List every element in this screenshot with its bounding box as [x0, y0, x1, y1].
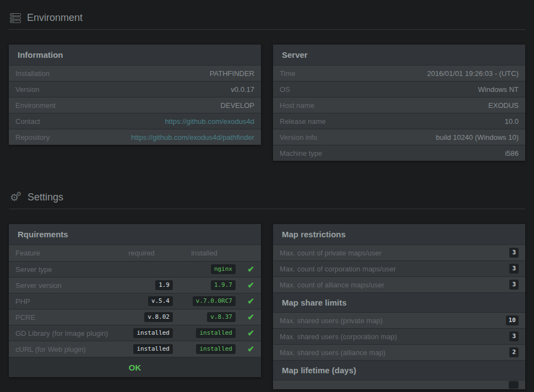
- row-label: Host name: [280, 101, 314, 110]
- value-badge: 3: [509, 331, 519, 341]
- requirement-row-php: PHP v.5.4 v.7.0.0RC7 ✔: [9, 293, 261, 309]
- installed-cell: 1.9.7: [173, 280, 236, 290]
- row-label: Max. count of corporation maps/user: [280, 265, 396, 273]
- server-row-release: Release name 10.0: [273, 113, 525, 129]
- row-value: 10.0: [505, 117, 519, 126]
- installed-cell: v.7.0.0RC7: [173, 296, 236, 306]
- installed-version-badge: nginx: [211, 264, 236, 274]
- requirements-panel-title: Rquirements: [18, 230, 68, 239]
- info-row-repository: Repository https://github.com/exodus4d/p…: [9, 129, 261, 145]
- row-label: Release name: [280, 117, 326, 126]
- information-panel-title: Information: [18, 50, 63, 59]
- row-value: v0.0.17: [231, 85, 254, 94]
- requirement-row-pcre: PCRE v.8.02 v.8.37 ✔: [9, 309, 261, 325]
- row-label: Version: [15, 85, 39, 94]
- feature-label: GD Library (for Image plugin): [15, 329, 110, 337]
- feature-label: Server version: [15, 281, 110, 290]
- row-label: Max. count of alliance maps/user: [280, 281, 384, 289]
- map-row-alliance-maps: Max. count of alliance maps/user 3: [273, 276, 525, 292]
- settings-panels: Rquirements Feature required installed S…: [9, 224, 525, 389]
- check-cell: ✔: [236, 312, 254, 322]
- row-label: Environment: [15, 101, 56, 110]
- server-row-machinetype: Machine type i586: [273, 145, 525, 161]
- info-row-installation: Installation PATHFINDER: [9, 65, 261, 81]
- value-badge: 10: [506, 315, 519, 325]
- check-icon: ✔: [247, 328, 254, 338]
- requirement-row-server-type: Server type nginx ✔: [9, 261, 261, 277]
- map-lifetime-header: Map lifetime (days): [273, 360, 525, 380]
- column-header-installed: installed: [173, 249, 236, 257]
- required-version-badge: v.5.4: [148, 296, 173, 306]
- server-panel-title: Server: [282, 50, 308, 59]
- value-badge: 3: [509, 280, 519, 289]
- row-label: Max. shared users (private map): [280, 317, 383, 325]
- environment-section: Environment Information Installation PAT…: [9, 0, 525, 161]
- feature-label: cURL (for Web plugin): [15, 345, 110, 353]
- section-divider: [9, 209, 525, 209]
- installed-version-badge: installed: [196, 328, 236, 338]
- value-badge: 2: [509, 347, 519, 357]
- check-cell: ✔: [236, 280, 254, 290]
- check-icon: ✔: [247, 280, 254, 290]
- row-label: Version info: [280, 133, 317, 141]
- map-row-shared-alliance: Max. shared users (alliance map) 2: [273, 344, 525, 360]
- map-row-partial: [273, 380, 525, 389]
- feature-label: Server type: [15, 265, 110, 274]
- row-label: Contact: [15, 117, 40, 126]
- row-label: Installation: [15, 69, 50, 78]
- map-share-limits-title: Map share limits: [282, 298, 347, 307]
- required-cell: v.5.4: [110, 296, 173, 306]
- row-value: i586: [505, 149, 519, 157]
- server-row-versioninfo: Version info build 10240 (Windows 10): [273, 129, 525, 145]
- map-restrictions-panel: Map restrictions Max. count of private m…: [273, 224, 525, 389]
- check-icon: ✔: [247, 312, 254, 322]
- feature-label: PCRE: [15, 313, 110, 322]
- contact-link[interactable]: https://github.com/exodus4d: [165, 117, 254, 126]
- column-header-required: required: [110, 249, 173, 257]
- settings-section-header: ⚙⚙ Settings: [9, 161, 525, 209]
- row-value: PATHFINDER: [210, 69, 254, 78]
- value-badge: [509, 381, 519, 389]
- row-label: Machine type: [280, 149, 322, 157]
- check-cell: ✔: [236, 328, 254, 338]
- requirements-panel: Rquirements Feature required installed S…: [9, 224, 261, 377]
- map-row-private-maps: Max. count of private maps/user 3: [273, 244, 525, 260]
- settings-section: ⚙⚙ Settings Rquirements Feature required…: [9, 161, 525, 389]
- row-label: Time: [280, 69, 295, 78]
- environment-panels: Information Installation PATHFINDER Vers…: [9, 45, 525, 161]
- row-label: Max. count of private maps/user: [280, 249, 382, 257]
- installed-cell: nginx: [173, 264, 236, 274]
- information-panel-header: Information: [9, 45, 261, 65]
- server-panel: Server Time 2016/01/01 19:26:03 - (UTC) …: [273, 45, 525, 161]
- required-cell: v.8.02: [110, 312, 173, 322]
- requirements-panel-header: Rquirements: [9, 224, 261, 244]
- information-panel: Information Installation PATHFINDER Vers…: [9, 45, 261, 145]
- row-value: DEVELOP: [221, 101, 254, 110]
- map-restrictions-panel-title: Map restrictions: [282, 230, 346, 239]
- settings-section-title: Settings: [28, 192, 63, 203]
- repository-link[interactable]: https://github.com/exodus4d/pathfinder: [131, 133, 254, 141]
- map-restrictions-panel-header: Map restrictions: [273, 224, 525, 244]
- ok-button[interactable]: OK: [9, 357, 261, 377]
- requirement-row-gd-library: GD Library (for Image plugin) installed …: [9, 325, 261, 341]
- row-value: 2016/01/01 19:26:03 - (UTC): [427, 69, 519, 78]
- row-label: Max. shared users (corporation map): [280, 333, 397, 341]
- installed-version-badge: 1.9.7: [211, 280, 236, 290]
- environment-section-title: Environment: [27, 12, 83, 24]
- info-row-environment: Environment DEVELOP: [9, 97, 261, 113]
- check-cell: ✔: [236, 296, 254, 306]
- check-cell: ✔: [236, 264, 254, 274]
- server-row-os: OS Windows NT: [273, 81, 525, 97]
- row-label: Repository: [15, 133, 50, 141]
- requirement-row-curl: cURL (for Web plugin) installed installe…: [9, 341, 261, 357]
- required-version-badge: v.8.02: [144, 312, 173, 322]
- row-label: OS: [280, 85, 290, 94]
- row-label: Max. shared users (alliance map): [280, 349, 385, 357]
- map-share-limits-header: Map share limits: [273, 292, 525, 312]
- installed-version-badge: v.8.37: [207, 312, 236, 322]
- required-cell: 1.9: [110, 280, 173, 290]
- info-row-version: Version v0.0.17: [9, 81, 261, 97]
- installed-version-badge: installed: [196, 344, 236, 354]
- required-version-badge: installed: [133, 344, 173, 354]
- installed-cell: installed: [173, 328, 236, 338]
